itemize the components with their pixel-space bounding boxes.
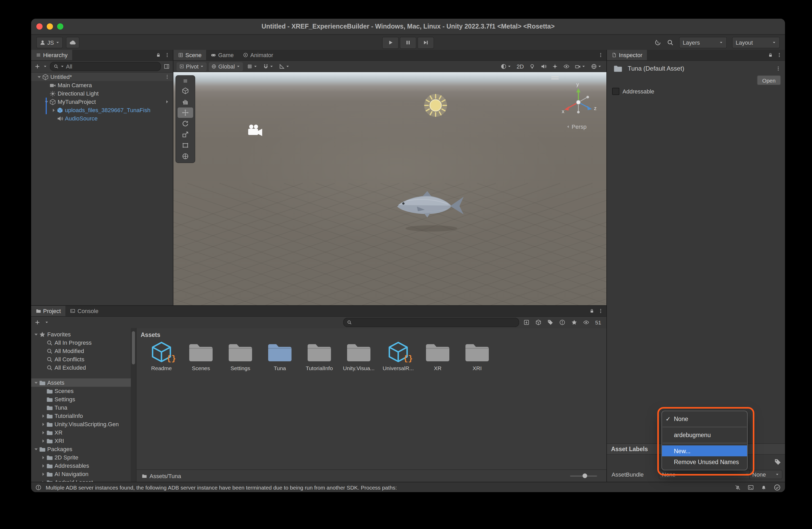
snap-increment-toggle[interactable] (261, 62, 275, 71)
project-tree-item[interactable]: Assets (31, 379, 131, 387)
asset-grid-item[interactable]: Settings (221, 340, 260, 371)
undo-history-button[interactable] (654, 39, 662, 46)
icon-size-slider[interactable] (570, 475, 597, 476)
kebab-menu-icon[interactable] (598, 308, 603, 313)
project-search-input[interactable] (344, 318, 519, 327)
asset-grid-item[interactable]: Scenes (181, 340, 221, 371)
hierarchy-item[interactable]: Untitled* (31, 73, 173, 81)
asset-grid-item[interactable]: {}Readme (142, 340, 181, 371)
cloud-button[interactable] (66, 37, 79, 48)
project-tree-item[interactable]: All Excluded (31, 363, 131, 372)
package-filter-icon[interactable] (536, 319, 542, 325)
status-message[interactable]: Multiple ADB server instances found, the… (46, 484, 397, 490)
visibility-toggle[interactable] (562, 62, 571, 71)
asset-grid-item[interactable]: Unity.Visua... (339, 340, 378, 371)
hierarchy-panel-options-icon[interactable] (163, 63, 170, 70)
layout-dropdown[interactable]: Layout (732, 37, 780, 48)
expand-arrow-icon[interactable] (33, 446, 39, 452)
open-button[interactable]: Open (757, 75, 781, 85)
console-status-icon[interactable] (748, 484, 754, 490)
tab-inspector[interactable]: Inspector (607, 50, 647, 60)
project-tree-item[interactable]: XRI (31, 437, 131, 445)
effects-toggle[interactable] (550, 62, 560, 71)
hidden-count-icon[interactable] (583, 319, 590, 325)
hierarchy-search-input[interactable]: All (50, 62, 161, 71)
project-tree-item[interactable]: Settings (31, 395, 131, 403)
perspective-toggle[interactable]: Persp (566, 123, 587, 130)
expand-arrow-icon[interactable] (41, 438, 46, 444)
project-tree-item[interactable]: Addressables (31, 461, 131, 470)
project-tree-item[interactable]: Android Logcat (31, 478, 131, 482)
expand-arrow-icon[interactable] (41, 463, 46, 469)
menu-item[interactable]: ardebugmenu (662, 429, 747, 441)
menu-item[interactable]: ✓None (662, 413, 747, 425)
pan-tool[interactable] (177, 96, 193, 107)
project-tree-item[interactable]: All In Progress (31, 338, 131, 347)
scale-tool[interactable] (177, 129, 193, 139)
bell-icon[interactable] (760, 484, 767, 490)
tab-game[interactable]: Game (206, 50, 238, 60)
gizmos-dropdown[interactable] (589, 62, 603, 71)
kebab-menu-icon[interactable] (775, 66, 781, 71)
gizmo-x-label[interactable]: x (562, 108, 564, 114)
type-filter-icon[interactable] (560, 319, 566, 325)
menu-item[interactable]: Remove Unused Names (662, 456, 747, 468)
pause-button[interactable] (400, 36, 416, 48)
project-tree-item[interactable]: AI Navigation (31, 470, 131, 478)
play-button[interactable] (382, 36, 399, 48)
hierarchy-item[interactable]: Main Camera (31, 81, 173, 89)
expand-arrow-icon[interactable] (41, 430, 46, 435)
asset-grid-item[interactable]: Tuna (260, 340, 300, 371)
2d-toggle[interactable]: 2D (515, 62, 525, 71)
expand-arrow-icon[interactable] (33, 332, 39, 337)
notifications-muted-icon[interactable] (735, 484, 741, 490)
tab-console[interactable]: Console (66, 306, 103, 316)
lock-icon[interactable] (768, 53, 773, 58)
close-button[interactable] (37, 23, 43, 30)
project-tree-item[interactable]: Unity.VisualScripting.Gen (31, 420, 131, 428)
lock-icon[interactable] (589, 308, 594, 313)
asset-grid-item[interactable]: {}UniversalR... (378, 340, 418, 371)
create-asset-caret-icon[interactable] (45, 320, 49, 324)
asset-grid-item[interactable]: TutorialInfo (300, 340, 339, 371)
lighting-toggle[interactable] (527, 62, 537, 71)
project-tree-item[interactable]: All Modified (31, 347, 131, 355)
import-activity-icon[interactable] (524, 319, 530, 325)
kebab-menu-icon[interactable] (598, 53, 603, 58)
tab-hierarchy[interactable]: Hierarchy (31, 50, 72, 60)
account-dropdown[interactable]: JS (37, 37, 63, 48)
progress-ok-icon[interactable] (773, 484, 781, 491)
menu-item[interactable]: New... (662, 445, 747, 456)
camera-settings-dropdown[interactable] (573, 62, 587, 71)
shading-mode-dropdown[interactable] (499, 62, 513, 71)
tools-overlay-handle[interactable] (177, 77, 193, 85)
assetbundle-dropdown[interactable]: None (659, 470, 752, 479)
pivot-dropdown[interactable]: Pivot (176, 62, 207, 71)
expand-arrow-icon[interactable] (37, 74, 42, 80)
transform-tool[interactable] (177, 151, 193, 161)
snap-settings-toggle[interactable] (277, 62, 291, 71)
audio-toggle[interactable] (539, 62, 548, 71)
gizmo-y-label[interactable]: y (576, 82, 579, 87)
asset-grid-item[interactable]: XR (418, 340, 458, 371)
tab-animator[interactable]: Animator (238, 50, 278, 60)
assetbundle-variant-dropdown[interactable]: None (749, 470, 782, 479)
project-tree-item[interactable]: 2D Sprite (31, 453, 131, 461)
kebab-menu-icon[interactable] (164, 53, 170, 58)
search-button[interactable] (667, 39, 674, 46)
hierarchy-item[interactable]: AudioSource (31, 114, 173, 122)
label-filter-icon[interactable] (548, 319, 554, 325)
layers-dropdown[interactable]: Layers (679, 37, 727, 48)
addressable-checkbox[interactable] (612, 88, 619, 95)
prefab-open-icon[interactable] (164, 99, 170, 104)
breadcrumb[interactable]: Assets/Tuna (149, 473, 181, 479)
tab-scene[interactable]: Scene (173, 50, 206, 60)
view-tool[interactable] (177, 85, 193, 96)
tab-project[interactable]: Project (31, 306, 66, 316)
asset-labels-button[interactable] (774, 458, 781, 468)
minimize-button[interactable] (47, 23, 53, 30)
slider-thumb[interactable] (582, 473, 587, 478)
expand-arrow-icon[interactable] (41, 455, 46, 460)
expand-arrow-icon[interactable] (41, 480, 46, 482)
favorites-filter-icon[interactable] (571, 319, 578, 325)
